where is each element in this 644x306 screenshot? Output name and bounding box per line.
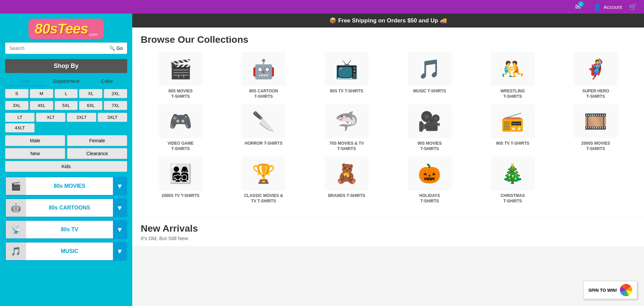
cart-icon: 🛒 — [629, 3, 637, 11]
size-3xl[interactable]: 3XL — [5, 101, 28, 110]
size-6xl[interactable]: 6XL — [79, 101, 102, 110]
size-grid-row2: 3XL 4XL 5XL 6XL 7XL — [5, 101, 127, 110]
filter-female[interactable]: Female — [67, 135, 127, 146]
mail-badge: 1 — [578, 1, 584, 7]
collection-christmas[interactable]: 🎄 CHRISTMAST-SHIRTS — [473, 157, 552, 204]
collection-80s-cartoon-label: 80S CARTOONT-SHIRTS — [249, 89, 278, 99]
search-icon: 🔍 — [109, 46, 115, 51]
size-2xlt[interactable]: 2XLT — [67, 113, 96, 122]
size-l[interactable]: L — [55, 89, 78, 98]
collection-70s-movies[interactable]: 🦈 70S MOVIES & TVT-SHIRTS — [307, 104, 387, 151]
logo-text: 80sTees — [35, 21, 88, 37]
spin-wheel-icon — [620, 284, 632, 296]
collection-christmas-label: CHRISTMAST-SHIRTS — [501, 193, 525, 204]
search-button[interactable]: 🔍 Go — [105, 42, 127, 54]
special-filter-row: New Clearance — [5, 148, 127, 159]
collection-2000s-movies[interactable]: 🎞️ 2000S MOVIEST-SHIRTS — [556, 104, 636, 151]
size-3xlt[interactable]: 3XLT — [98, 113, 127, 122]
collection-holidays[interactable]: 🎃 HOLIDAYST-SHIRTS — [390, 157, 469, 204]
collection-horror-label: HORROR T-SHIRTS — [245, 141, 282, 146]
spin-to-win-button[interactable]: SPIN TO WIN! — [583, 281, 637, 299]
nav-80s-tv-thumb: 📡 — [6, 221, 26, 238]
top-bar: ✉ 1 👤 Account 🛒 — [0, 0, 644, 14]
collection-christmas-img: 🎄 — [491, 157, 535, 191]
collection-wrestling[interactable]: 🤼 WRESTLINGT-SHIRTS — [473, 52, 552, 99]
nav-music[interactable]: 🎵 MUSIC ▼ — [5, 242, 127, 261]
tab-department[interactable]: Department — [46, 76, 86, 86]
collections-title: Browse Our Collections — [141, 34, 636, 45]
collection-2000s-movies-img: 🎞️ — [574, 104, 618, 138]
collection-super-hero-img: 🦸 — [574, 52, 618, 86]
size-lt[interactable]: LT — [5, 113, 35, 122]
logo-area[interactable]: 80sTees.com — [0, 14, 132, 42]
tab-color[interactable]: Color — [86, 76, 127, 86]
logo-com: .com — [88, 32, 98, 39]
account-nav[interactable]: 👤 Account — [593, 3, 622, 11]
collection-80s-tv[interactable]: 📺 80S TV T-SHIRTS — [307, 52, 387, 99]
content-area: 📦 Free Shipping on Orders $50 and Up 🚚 B… — [132, 14, 644, 306]
collection-80s-cartoon-img: 🤖 — [241, 52, 286, 86]
collection-2000s-movies-label: 2000S MOVIEST-SHIRTS — [581, 141, 610, 151]
mail-icon-wrap[interactable]: ✉ 1 — [575, 3, 586, 11]
filter-clearance[interactable]: Clearance — [67, 148, 127, 159]
nav-music-arrow: ▼ — [113, 242, 126, 260]
collection-classic-movies-img: 🏆 — [241, 157, 286, 191]
collection-90s-movies-img: 🎥 — [408, 104, 452, 138]
new-arrivals-subtitle: It's Old, But Still New — [141, 235, 636, 241]
collection-90s-movies[interactable]: 🎥 90S MOVIEST-SHIRTS — [390, 104, 469, 151]
collection-music-label: MUSIC T-SHIRTS — [413, 89, 446, 94]
search-input[interactable] — [5, 42, 105, 54]
size-grid-row3: LT XLT 2XLT 3XLT 4XLT — [5, 113, 127, 132]
collection-super-hero-label: SUPER HEROT-SHIRTS — [582, 89, 609, 99]
collection-holidays-img: 🎃 — [408, 157, 452, 191]
filter-male[interactable]: Male — [5, 135, 65, 146]
size-xlt[interactable]: XLT — [36, 113, 65, 122]
filter-kids[interactable]: Kids — [5, 161, 127, 172]
collection-classic-movies[interactable]: 🏆 CLASSIC MOVIES &TV T-SHIRTS — [224, 157, 304, 204]
nav-80s-cartoons-label: 80s CARTOONS — [26, 205, 113, 211]
collection-70s-movies-label: 70S MOVIES & TVT-SHIRTS — [329, 141, 364, 151]
nav-80s-movies-thumb: 🎬 — [6, 177, 26, 195]
size-5xl[interactable]: 5XL — [55, 101, 78, 110]
collection-80s-movies-img: 🎬 — [158, 52, 202, 86]
size-4xlt[interactable]: 4XLT — [5, 123, 35, 132]
cart-nav[interactable]: 🛒 — [629, 3, 637, 11]
nav-80s-cartoons-thumb: 🤖 — [6, 199, 26, 217]
collection-90s-tv[interactable]: 📻 90S TV T-SHIRTS — [473, 104, 552, 151]
nav-80s-cartoons[interactable]: 🤖 80s CARTOONS ▼ — [5, 198, 127, 217]
size-7xl[interactable]: 7XL — [104, 101, 127, 110]
nav-80s-cartoons-arrow: ▼ — [113, 199, 126, 217]
nav-80s-tv[interactable]: 📡 80s TV ▼ — [5, 220, 127, 239]
collections-grid: 🎬 80S MOVIEST-SHIRTS 🤖 80S CARTOONT-SHIR… — [141, 52, 636, 204]
size-2xl[interactable]: 2XL — [104, 89, 127, 98]
collection-80s-tv-img: 📺 — [325, 52, 369, 86]
nav-80s-movies[interactable]: 🎬 80s MOVIES ▼ — [5, 177, 127, 196]
collection-music-img: 🎵 — [408, 52, 452, 86]
tab-size[interactable]: Size — [5, 76, 46, 86]
collection-wrestling-img: 🤼 — [491, 52, 535, 86]
collection-holidays-label: HOLIDAYST-SHIRTS — [419, 193, 440, 204]
size-4xl[interactable]: 4XL — [30, 101, 53, 110]
collection-music[interactable]: 🎵 MUSIC T-SHIRTS — [390, 52, 469, 99]
collection-80s-cartoon[interactable]: 🤖 80S CARTOONT-SHIRTS — [224, 52, 304, 99]
collection-horror-img: 🔪 — [241, 104, 286, 138]
collection-classic-movies-label: CLASSIC MOVIES &TV T-SHIRTS — [244, 193, 283, 204]
collection-70s-movies-img: 🦈 — [325, 104, 369, 138]
collection-2000s-tv[interactable]: 👨‍👩‍👧‍👦 2000S TV T-SHIRTS — [141, 157, 220, 204]
size-xl[interactable]: XL — [79, 89, 102, 98]
size-s[interactable]: S — [5, 89, 28, 98]
size-m[interactable]: M — [30, 89, 53, 98]
collection-brands[interactable]: 🧸 BRANDS T-SHIRTS — [307, 157, 387, 204]
filter-new[interactable]: New — [5, 148, 65, 159]
shipping-banner: 📦 Free Shipping on Orders $50 and Up 🚚 — [132, 14, 644, 28]
collection-video-game[interactable]: 🎮 VIDEO GAMET-SHIRTS — [141, 104, 220, 151]
nav-80s-tv-arrow: ▼ — [113, 221, 126, 238]
collection-video-game-label: VIDEO GAMET-SHIRTS — [168, 141, 194, 151]
collection-super-hero[interactable]: 🦸 SUPER HEROT-SHIRTS — [556, 52, 636, 99]
collection-horror[interactable]: 🔪 HORROR T-SHIRTS — [224, 104, 304, 151]
new-arrivals-section: New Arrivals It's Old, But Still New — [132, 218, 644, 246]
sidebar: 80sTees.com 🔍 Go Shop By Size Department… — [0, 14, 132, 306]
account-label: Account — [604, 4, 622, 10]
collection-80s-movies[interactable]: 🎬 80S MOVIEST-SHIRTS — [141, 52, 220, 99]
nav-80s-tv-label: 80s TV — [26, 227, 113, 233]
